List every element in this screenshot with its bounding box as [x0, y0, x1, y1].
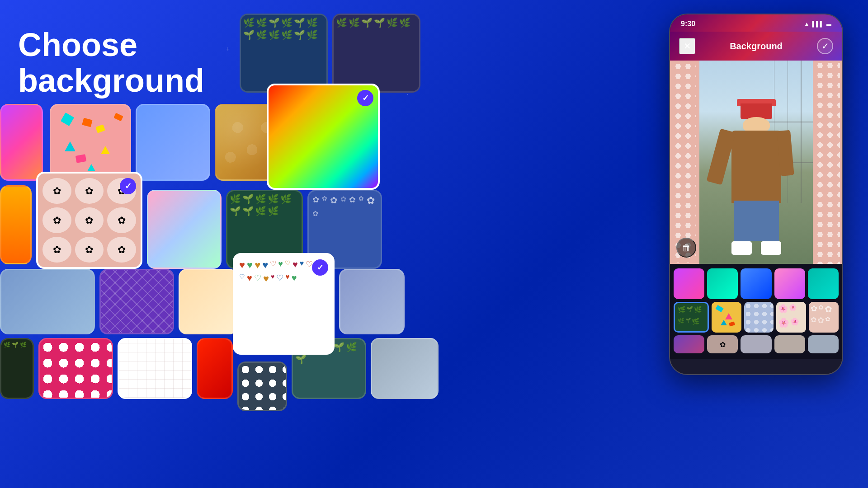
thumb-placeholder-3[interactable]: [741, 335, 771, 353]
flower-7: ✿: [42, 237, 71, 263]
flower-2: ✿: [75, 178, 104, 204]
tile-blue-solid[interactable]: [136, 104, 210, 181]
thumb-row-2: 🌿 🌱 🌿 🌿 🌱 🌿: [674, 302, 839, 333]
close-button[interactable]: ✕: [679, 38, 695, 54]
wifi-icon: ▲: [804, 21, 810, 27]
tile-dark-floral-1[interactable]: 🌿🌿🌱 🌿🌱🌿 🌱🌿🌿 🌿🌱🌿: [240, 14, 328, 93]
tile-pink-polka-dots[interactable]: [38, 338, 113, 399]
thumb-placeholder-5[interactable]: [808, 335, 839, 353]
check-badge-pink-flowers: ✓: [120, 178, 136, 194]
tile-lace-pattern[interactable]: [118, 338, 192, 399]
tile-pastel-gradient[interactable]: [147, 190, 222, 269]
phone-image-preview: 🗑: [670, 61, 842, 264]
tile-dots-dark[interactable]: [237, 361, 287, 411]
tile-confetti[interactable]: [50, 104, 131, 181]
flower-8: ✿: [75, 237, 104, 263]
thumb-dark-leaves[interactable]: 🌿 🌱 🌿 🌿 🌱 🌿: [674, 302, 709, 333]
main-photo: [698, 61, 815, 264]
preview-border-right: [813, 61, 842, 264]
confirm-button[interactable]: ✓: [817, 38, 833, 54]
header-title: Background: [730, 41, 783, 52]
flower-5: ✿: [75, 207, 104, 233]
tile-gray-gradient-2[interactable]: [339, 269, 405, 334]
thumb-placeholder-1[interactable]: [674, 335, 704, 353]
thumb-blue-gradient[interactable]: [741, 268, 771, 299]
phone-thumbnails: 🌿 🌱 🌿 🌿 🌱 🌿: [670, 264, 842, 359]
tile-orange-gradient[interactable]: [0, 185, 32, 264]
tile-pastel-gradient-2[interactable]: [179, 269, 237, 334]
thumb-pink-gradient[interactable]: [774, 268, 805, 299]
preview-border-left: [670, 61, 699, 264]
phone-time: 9:30: [681, 20, 695, 28]
title-section: Choose background: [18, 27, 204, 99]
thumb-pink-flowers[interactable]: ✿ ✿ ✿ ✿ ✿ ✿: [809, 302, 839, 333]
thumb-blue-dots[interactable]: [744, 302, 774, 333]
flower-6: ✿: [107, 207, 136, 233]
thumb-row-1: [674, 268, 839, 299]
tile-red-gradient[interactable]: [197, 338, 233, 399]
tile-purple-diamond[interactable]: [99, 269, 174, 334]
flower-1: ✿: [42, 178, 71, 204]
check-badge-hearts: ✓: [312, 259, 328, 276]
delete-button[interactable]: 🗑: [676, 238, 696, 258]
signal-icon: ▌▌▌: [812, 21, 824, 27]
thumb-placeholder-4[interactable]: [774, 335, 805, 353]
page-title-line1: Choose: [18, 27, 204, 63]
phone-header: ✕ Background ✓: [670, 32, 842, 61]
tile-gray-gradient-1[interactable]: [0, 269, 95, 334]
phone-status-bar: 9:30 ▲ ▌▌▌ ▬: [670, 14, 842, 32]
tile-hearts-selected[interactable]: ♥ ♥ ♥ ♥ ♡ ♥ ♡ ♥ ♥ ♡ ♥ ♥ ♡ ♥ ♡ ♥ ♥ ♡ ♥ ♥ …: [233, 253, 335, 355]
thumb-placeholder-2[interactable]: ✿: [707, 335, 738, 353]
thumb-purple[interactable]: [674, 268, 704, 299]
flower-4: ✿: [42, 207, 71, 233]
thumb-row-3: ✿: [674, 335, 839, 353]
thumb-teal-2[interactable]: [808, 268, 839, 299]
phone-status-icons: ▲ ▌▌▌ ▬: [804, 21, 831, 27]
tile-pink-flowers-selected[interactable]: ✿ ✿ ✿ ✿ ✿ ✿ ✿ ✿ ✿ ✓: [36, 172, 142, 269]
tile-gray-gradient-3[interactable]: [371, 338, 439, 399]
check-badge-rainbow: ✓: [357, 90, 373, 106]
thumb-teal[interactable]: [707, 268, 738, 299]
thumb-floral[interactable]: 🌸 🌸 🌸 🌸: [776, 302, 806, 333]
thumb-confetti[interactable]: [712, 302, 741, 333]
phone-mockup: 9:30 ▲ ▌▌▌ ▬ ✕ Background ✓: [669, 14, 843, 375]
tile-rainbow-selected[interactable]: ✓: [267, 84, 380, 190]
page-title-line2: background: [18, 63, 204, 99]
tile-dark-floral-2[interactable]: 🌿🌿🌱 🌱🌿🌿: [332, 14, 420, 93]
tile-purple-gradient[interactable]: [0, 104, 43, 181]
tile-dark-leaves-small[interactable]: 🌿 🌱 🌿: [0, 338, 34, 399]
battery-icon: ▬: [826, 21, 831, 27]
flower-9: ✿: [107, 237, 136, 263]
